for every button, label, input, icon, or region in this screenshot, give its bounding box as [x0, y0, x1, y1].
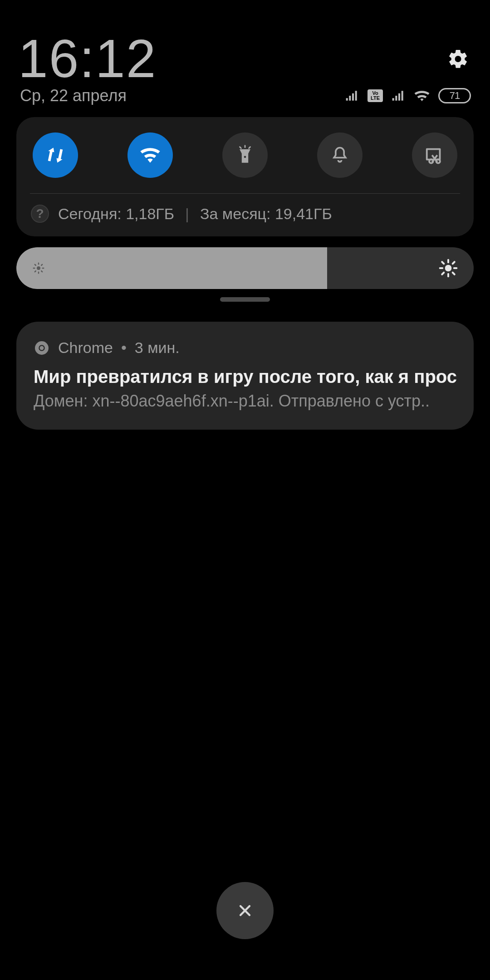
- svg-line-9: [41, 271, 42, 272]
- svg-line-10: [35, 271, 36, 272]
- divider: |: [183, 205, 191, 223]
- qs-flashlight[interactable]: [222, 132, 268, 178]
- usage-month: За месяц: 19,41ГБ: [200, 205, 332, 223]
- top-row: 16:12: [0, 0, 490, 85]
- battery-pill: 71: [438, 88, 471, 103]
- svg-line-20: [453, 262, 455, 264]
- notification-time: 3 мин.: [135, 339, 180, 357]
- bell-icon: [330, 145, 350, 165]
- svg-point-0: [244, 156, 246, 158]
- svg-line-18: [453, 273, 455, 274]
- clock-date: Ср, 22 апреля: [20, 86, 127, 105]
- brightness-high-icon: [438, 258, 458, 278]
- status-icons: VoLTE 71: [345, 88, 471, 103]
- volte-icon: VoLTE: [368, 89, 383, 102]
- close-icon: [236, 902, 254, 920]
- svg-line-11: [41, 265, 42, 265]
- notification-subtitle: Домен: xn--80ac9aeh6f.xn--p1ai. Отправле…: [34, 392, 456, 411]
- wifi-icon: [139, 144, 162, 167]
- svg-point-3: [37, 266, 40, 270]
- gear-icon: [447, 48, 469, 70]
- notification-app: Chrome: [58, 339, 113, 357]
- data-usage-row[interactable]: ? Сегодня: 1,18ГБ | За месяц: 19,41ГБ: [30, 203, 460, 225]
- qs-dnd[interactable]: [317, 132, 363, 178]
- quick-settings-row: [30, 132, 460, 178]
- chrome-icon: [34, 340, 50, 356]
- battery-level: 71: [450, 90, 460, 102]
- svg-line-8: [35, 265, 36, 265]
- svg-point-12: [445, 265, 452, 272]
- settings-button[interactable]: [447, 48, 469, 70]
- flashlight-icon: [235, 145, 255, 166]
- svg-line-17: [442, 262, 444, 264]
- brightness-slider[interactable]: [16, 247, 474, 289]
- divider: [30, 193, 460, 194]
- notification-card[interactable]: Chrome • 3 мин. Мир превратился в игру п…: [16, 322, 474, 430]
- notification-shade: 16:12 Ср, 22 апреля VoLTE 71: [0, 0, 490, 980]
- svg-point-2: [436, 159, 440, 163]
- qs-mobile-data[interactable]: [33, 132, 78, 178]
- signal-icon: [345, 89, 359, 102]
- svg-line-19: [442, 273, 444, 274]
- panel-drag-handle[interactable]: [220, 297, 270, 302]
- notification-header: Chrome • 3 мин.: [34, 339, 456, 357]
- screenshot-icon: [424, 145, 445, 166]
- data-arrows-icon: [45, 145, 66, 166]
- brightness-low-icon: [32, 261, 45, 275]
- signal-icon: [391, 89, 406, 102]
- quick-settings-panel: ? Сегодня: 1,18ГБ | За месяц: 19,41ГБ: [16, 117, 474, 236]
- svg-point-23: [40, 346, 44, 350]
- usage-today: Сегодня: 1,18ГБ: [58, 205, 174, 223]
- help-icon: ?: [31, 205, 49, 223]
- svg-point-1: [429, 159, 433, 163]
- clock-time: 16:12: [18, 32, 157, 85]
- clear-all-button[interactable]: [216, 882, 274, 939]
- date-status-row: Ср, 22 апреля VoLTE 71: [0, 83, 490, 105]
- dot-separator: •: [121, 339, 127, 357]
- brightness-fill: [16, 247, 327, 289]
- qs-wifi[interactable]: [127, 132, 173, 178]
- wifi-icon: [414, 89, 430, 103]
- notification-title: Мир превратился в игру после того, как я…: [34, 367, 456, 387]
- qs-screenshot[interactable]: [412, 132, 457, 178]
